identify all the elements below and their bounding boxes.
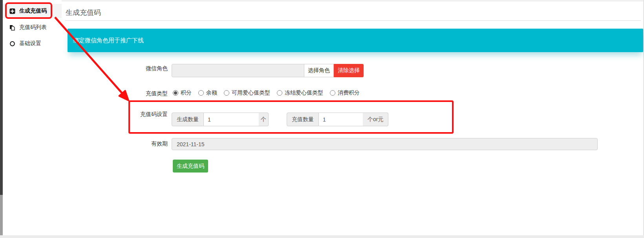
recharge-qty-suffix: 个or元 <box>363 113 388 126</box>
sidebar: 生成充值码 充值码列表 基础设置 <box>3 0 62 235</box>
code-settings-label: 充值码设置 <box>105 111 168 118</box>
radio-icon[interactable] <box>277 90 282 96</box>
page-title: 生成充值码 <box>66 8 101 17</box>
recharge-qty-group: 充值数量 个or元 <box>287 113 388 126</box>
recharge-type-label: 充值类型 <box>105 90 168 97</box>
generate-qty-addon: 生成数量 <box>172 113 204 126</box>
radio-icon[interactable] <box>330 90 335 96</box>
copy-icon <box>9 25 15 31</box>
circle-icon <box>9 41 15 47</box>
generate-code-button[interactable]: 生成充值码 <box>173 160 208 173</box>
validity-date-input[interactable] <box>172 138 598 150</box>
plus-square-icon <box>9 8 15 14</box>
radio-label: 消费积分 <box>338 89 360 96</box>
page: 生成充值码 充值码列表 基础设置 生成充值码 绑定微信角色用于推广下线 微信角色… <box>0 0 644 238</box>
sidebar-item-label: 基础设置 <box>19 40 41 47</box>
sidebar-item-code-list[interactable]: 充值码列表 <box>3 20 62 35</box>
radio-icon[interactable] <box>198 90 204 96</box>
clear-selection-button[interactable]: 清除选择 <box>334 64 364 77</box>
radio-icon[interactable] <box>224 90 229 96</box>
scroll-thumb[interactable] <box>0 0 3 195</box>
banner-text: 绑定微信角色用于推广下线 <box>73 37 144 44</box>
select-role-button[interactable]: 选择角色 <box>304 64 334 77</box>
bind-wechat-banner: 绑定微信角色用于推广下线 <box>68 29 643 52</box>
radio-option-consume-points[interactable]: 消费积分 <box>330 89 360 96</box>
validity-label: 有效期 <box>105 140 168 147</box>
radio-option-available-love[interactable]: 可用爱心值类型 <box>224 89 270 96</box>
sidebar-item-label: 充值码列表 <box>19 24 47 31</box>
main-content: 生成充值码 绑定微信角色用于推广下线 微信角色 选择角色 清除选择 充值类型 积… <box>62 0 644 235</box>
radio-icon[interactable] <box>173 90 178 96</box>
radio-label: 积分 <box>181 89 192 96</box>
wechat-role-label: 微信角色 <box>105 65 168 72</box>
radio-label: 余额 <box>206 89 217 96</box>
sidebar-item-generate-code[interactable]: 生成充值码 <box>3 4 62 18</box>
bottom-edge-strip <box>0 235 644 238</box>
left-scroll-strip[interactable] <box>0 0 3 235</box>
radio-label: 冻结爱心值类型 <box>285 89 323 96</box>
radio-label: 可用爱心值类型 <box>232 89 270 96</box>
generate-qty-input[interactable] <box>204 113 259 126</box>
top-divider <box>62 0 644 2</box>
radio-option-balance[interactable]: 余额 <box>198 89 217 96</box>
sidebar-item-label: 生成充值码 <box>19 7 47 15</box>
sidebar-item-basic-settings[interactable]: 基础设置 <box>3 36 62 51</box>
wechat-role-input[interactable] <box>172 64 304 77</box>
recharge-qty-input[interactable] <box>319 113 363 126</box>
recharge-qty-addon: 充值数量 <box>287 113 319 126</box>
radio-option-frozen-love[interactable]: 冻结爱心值类型 <box>277 89 323 96</box>
wechat-role-group: 选择角色 清除选择 <box>172 64 364 77</box>
generate-qty-suffix: 个 <box>259 113 269 126</box>
generate-qty-group: 生成数量 个 <box>172 113 269 126</box>
recharge-type-options: 积分 余额 可用爱心值类型 冻结爱心值类型 消费积分 <box>173 89 360 96</box>
title-divider <box>65 20 641 21</box>
radio-option-points[interactable]: 积分 <box>173 89 192 96</box>
